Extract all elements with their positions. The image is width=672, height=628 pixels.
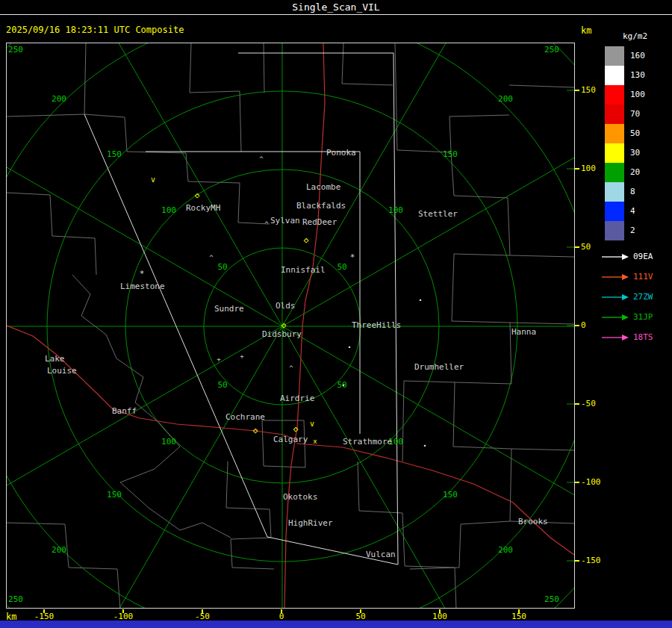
radar-arrow-head bbox=[622, 335, 629, 341]
vil-scale-row: 70 bbox=[605, 105, 672, 124]
map-marker: · bbox=[422, 440, 428, 452]
vil-color-scale: 16013010070503020842 bbox=[605, 46, 672, 240]
range-label: 250 bbox=[8, 45, 23, 55]
vil-color-swatch bbox=[605, 66, 624, 85]
range-label: 250 bbox=[8, 594, 23, 604]
radar-id-row: 09EA bbox=[602, 246, 672, 267]
radar-arrow-icon bbox=[602, 334, 629, 341]
radar-id-row: 18TS bbox=[602, 327, 672, 347]
bottom-status-bar bbox=[0, 621, 672, 628]
radar-arrow-head bbox=[622, 294, 629, 300]
map-marker: ◇ bbox=[195, 190, 200, 200]
county-boundary bbox=[190, 43, 241, 152]
map-marker: + bbox=[240, 352, 244, 360]
map-marker: v bbox=[151, 175, 155, 184]
right-axis-tick-label: 100 bbox=[581, 164, 596, 173]
city-label: Sundre bbox=[214, 304, 244, 314]
county-boundary bbox=[510, 449, 574, 523]
city-label: Vulcan bbox=[366, 550, 396, 559]
radar-coverage-outline bbox=[238, 53, 398, 565]
city-label: RedDeer bbox=[302, 217, 337, 227]
map-marker: * bbox=[140, 269, 145, 279]
radar-id-label: 111V bbox=[633, 272, 653, 282]
city-label: Louise bbox=[47, 366, 77, 376]
vil-color-swatch bbox=[605, 202, 624, 221]
city-label: HighRiver bbox=[288, 518, 333, 528]
title-bar: Single_Scan_VIL bbox=[0, 0, 672, 15]
city-label: Cochrane bbox=[225, 412, 265, 422]
radar-app-window: Single_Scan_VIL 2025/09/16 18:23:11 UTC … bbox=[0, 0, 672, 628]
radar-id-label: 18TS bbox=[633, 332, 653, 342]
vil-scale-row: 100 bbox=[605, 85, 672, 105]
radar-arrow-head bbox=[622, 254, 629, 260]
map-marker: · bbox=[340, 379, 346, 391]
vil-scale-row: 20 bbox=[605, 163, 672, 182]
county-boundary bbox=[7, 523, 120, 608]
vil-color-swatch bbox=[605, 46, 624, 66]
range-label: 100 bbox=[161, 205, 176, 215]
county-boundary bbox=[452, 254, 574, 324]
range-label: 150 bbox=[443, 490, 458, 500]
radar-id-label: 09EA bbox=[633, 252, 653, 261]
city-label: Sylvan bbox=[270, 216, 300, 226]
vil-scale-row: 130 bbox=[605, 66, 672, 85]
highway bbox=[7, 326, 295, 439]
range-label: 200 bbox=[52, 545, 66, 555]
vil-value-label: 4 bbox=[630, 202, 635, 221]
vil-value-label: 20 bbox=[630, 163, 640, 182]
map-marker: + bbox=[217, 355, 221, 363]
county-boundary bbox=[342, 43, 393, 85]
range-label: 150 bbox=[107, 149, 122, 159]
county-boundary bbox=[453, 323, 574, 450]
city-label: Blackfalds bbox=[296, 201, 346, 211]
vil-scale-row: 30 bbox=[605, 143, 672, 163]
radar-arrow-icon bbox=[602, 253, 629, 261]
right-axis-tick-label: 0 bbox=[581, 320, 586, 330]
city-label: Lacombe bbox=[306, 182, 340, 192]
vil-color-swatch bbox=[605, 182, 624, 202]
map-marker: ◇ bbox=[253, 426, 258, 435]
county-boundary bbox=[509, 85, 574, 87]
vil-value-label: 100 bbox=[630, 85, 645, 105]
map-marker: ^ bbox=[259, 155, 264, 163]
city-label: Hanna bbox=[511, 327, 536, 337]
range-label: 200 bbox=[52, 94, 66, 104]
radar-id-row: 27ZW bbox=[602, 287, 672, 307]
radar-map[interactable]: 5050505010010010010015015015015020020020… bbox=[7, 43, 574, 608]
vil-scale-row: 2 bbox=[605, 221, 672, 240]
right-axis-unit: km bbox=[581, 25, 591, 36]
right-axis-tick bbox=[575, 90, 579, 91]
map-marker: ◇ bbox=[293, 424, 299, 434]
vil-value-label: 2 bbox=[630, 221, 635, 240]
vil-color-swatch bbox=[605, 163, 624, 182]
radar-arrow-icon bbox=[602, 293, 629, 301]
city-label: Drumheller bbox=[414, 362, 464, 372]
range-label: 250 bbox=[544, 45, 559, 55]
right-axis-tick bbox=[575, 325, 579, 326]
city-label: Banff bbox=[112, 406, 137, 416]
right-axis-tick-label: -150 bbox=[581, 556, 601, 565]
range-label: 150 bbox=[107, 490, 122, 500]
city-label: ThreeHills bbox=[352, 320, 401, 330]
vil-value-label: 8 bbox=[630, 182, 635, 202]
county-boundary bbox=[238, 183, 270, 224]
vil-value-label: 70 bbox=[630, 105, 640, 124]
range-label: 50 bbox=[217, 262, 227, 272]
vil-value-label: 50 bbox=[630, 124, 640, 143]
county-boundary bbox=[7, 193, 96, 275]
county-boundary bbox=[72, 275, 231, 538]
map-marker: ^ bbox=[264, 220, 269, 228]
range-label: 200 bbox=[498, 94, 513, 104]
right-axis-tick bbox=[575, 168, 579, 170]
city-label: Ponoka bbox=[326, 148, 356, 158]
right-axis-tick bbox=[575, 560, 579, 562]
right-axis-tick-label: 150 bbox=[581, 85, 596, 95]
radar-coverage-outline bbox=[84, 114, 267, 537]
county-boundary bbox=[410, 521, 510, 569]
right-axis-tick-label: -50 bbox=[581, 399, 596, 408]
map-marker: ^ bbox=[289, 364, 293, 372]
city-label: Brooks bbox=[518, 517, 548, 526]
vil-color-swatch bbox=[605, 143, 624, 163]
map-marker: v bbox=[310, 420, 314, 428]
map-marker: · bbox=[346, 341, 352, 353]
